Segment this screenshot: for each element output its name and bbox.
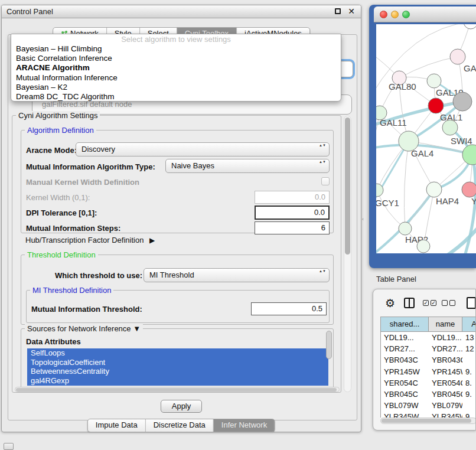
mi-threshold-field[interactable]: 0.5 xyxy=(251,302,327,315)
hub-definition-label: Hub/Transcription Factor Definition xyxy=(25,236,144,244)
network-node-gal1[interactable] xyxy=(428,98,444,113)
combo-value: MI Threshold xyxy=(149,270,194,279)
network-node[interactable] xyxy=(453,92,472,111)
minimize-traffic-light-icon[interactable] xyxy=(391,11,399,18)
settings-horizontal-scrollbar[interactable] xyxy=(15,387,340,392)
sources-toggle[interactable]: Sources for Network Inference ▼ xyxy=(25,324,143,333)
scrollbar-thumb[interactable] xyxy=(382,419,471,423)
node-label: GAL80 xyxy=(389,81,416,92)
tab-infer-network[interactable]: Infer Network xyxy=(213,419,275,432)
close-traffic-light-icon[interactable] xyxy=(380,11,387,18)
node-label: GAL11 xyxy=(380,118,407,128)
apply-button[interactable]: Apply xyxy=(161,400,202,413)
scrollbar-thumb[interactable] xyxy=(16,388,337,392)
settings-vertical-scrollbar[interactable] xyxy=(344,116,351,392)
panel-title: Control Panel xyxy=(6,7,53,16)
algorithm-option[interactable]: Basic Correlation Inference xyxy=(11,54,341,63)
algorithm-option[interactable]: Mutual Information Inference xyxy=(11,73,341,83)
gear-icon[interactable]: ⚙ xyxy=(385,296,395,311)
manual-kernel-checkbox[interactable] xyxy=(321,177,330,185)
algorithm-option[interactable]: Bayesian – K2 xyxy=(11,83,341,92)
mi-threshold-label: Mutual Information Threshold: xyxy=(31,305,142,314)
table-cell: 8. xyxy=(462,377,476,389)
which-threshold-combo[interactable]: MI Threshold ▲▼ xyxy=(144,268,330,282)
algorithm-dropdown-popup: Select algorithm to view settings Bayesi… xyxy=(11,34,341,102)
kernel-width-field[interactable]: 0.0 xyxy=(255,191,330,204)
column-header[interactable]: shared... xyxy=(381,317,429,332)
table-cell: YBL079W xyxy=(429,400,462,411)
network-node-gal[interactable] xyxy=(450,49,465,64)
table-row[interactable]: YBR043CYBR043C xyxy=(381,354,476,366)
mi-type-combo[interactable]: Naive Bayes ▲▼ xyxy=(165,159,330,173)
zoom-traffic-light-icon[interactable] xyxy=(402,11,410,18)
which-threshold-label: Which threshold to use: xyxy=(55,271,142,280)
network-node-y[interactable] xyxy=(462,182,476,197)
network-node-gal10[interactable] xyxy=(427,74,441,88)
mi-steps-label: Mutual Information Steps: xyxy=(26,224,120,233)
column-header[interactable]: A xyxy=(462,317,476,332)
table-row[interactable]: YBR045CYBR045C9. xyxy=(381,389,476,400)
table-cell: YLR345W xyxy=(429,411,462,418)
network-node-hap2[interactable] xyxy=(399,222,412,235)
attribute-item[interactable]: gal4RGexp xyxy=(27,376,328,386)
combo-value: Naive Bayes xyxy=(171,161,214,170)
network-canvas[interactable]: GALGAL80GAL10GAL1SWI4GAL11GAL4GCY1HAP4YH… xyxy=(376,24,476,253)
table-row[interactable]: YDR27...YDR27...12 xyxy=(381,343,476,354)
table-row[interactable]: YDL19...YDL19...13 xyxy=(381,332,476,343)
attributes-scrollbar-thumb[interactable] xyxy=(326,331,332,359)
select-all-columns-icon[interactable]: ✓✓ xyxy=(423,300,436,306)
network-node-hap4[interactable] xyxy=(426,182,442,197)
float-window-icon[interactable] xyxy=(335,8,341,14)
table-cell xyxy=(462,354,476,366)
network-node-swi4[interactable] xyxy=(442,120,458,135)
stepper-icon: ▲▼ xyxy=(319,144,326,147)
data-attributes-list[interactable]: SelfLoopsTopologicalCoefficientBetweenne… xyxy=(27,348,328,386)
docked-panel-icon[interactable] xyxy=(4,443,14,450)
attribute-item[interactable]: BetweennessCentrality xyxy=(27,367,328,376)
columns-icon[interactable] xyxy=(404,298,415,308)
table-cell: 9. xyxy=(462,366,476,377)
group-title: Threshold Definition xyxy=(25,250,98,259)
table-row[interactable]: YBL079WYBL079W xyxy=(381,400,476,411)
table-cell: YDR27... xyxy=(381,343,429,354)
aracne-mode-combo[interactable]: Discovery ▲▼ xyxy=(76,142,330,156)
tab-discretize-data[interactable]: Discretize Data xyxy=(145,419,213,432)
sources-title: Sources for Network Inference xyxy=(27,324,131,333)
algorithm-option[interactable]: Dream8 DC_TDC Algorithm xyxy=(11,92,341,102)
stepper-icon: ▲▼ xyxy=(319,270,326,273)
combo-value: Discovery xyxy=(81,145,115,154)
table-row[interactable]: YPR145WYPR145W9. xyxy=(381,366,476,377)
collapse-down-icon: ▼ xyxy=(133,324,141,333)
network-edge[interactable] xyxy=(399,57,458,78)
attribute-item[interactable]: SelfLoops xyxy=(27,348,328,358)
table-cell: YLR345W xyxy=(381,411,429,418)
column-header[interactable]: name xyxy=(429,317,462,332)
control-panel-titlebar: Control Panel ✕ xyxy=(2,5,361,18)
new-column-icon[interactable] xyxy=(467,297,476,309)
network-edge[interactable] xyxy=(404,141,409,229)
algorithm-option[interactable]: Bayesian – Hill Climbing xyxy=(11,44,341,54)
tab-label: Infer Network xyxy=(221,420,267,430)
scrollbar-thumb[interactable] xyxy=(345,118,350,255)
close-icon[interactable]: ✕ xyxy=(348,8,355,15)
panel-divider-handle[interactable]: ‹ xyxy=(362,216,364,222)
network-edge[interactable] xyxy=(377,190,405,229)
table-cell: YER054C xyxy=(429,377,462,389)
data-attributes-label: Data Attributes xyxy=(26,337,81,346)
table-cell: YBR043C xyxy=(381,354,429,366)
attribute-item[interactable]: TopologicalCoefficient xyxy=(27,358,328,367)
network-node[interactable] xyxy=(464,24,476,29)
dpi-tolerance-field[interactable]: 0.0 xyxy=(255,206,330,220)
tab-impute-data[interactable]: Impute Data xyxy=(88,419,145,432)
stepper-icon: ▲▼ xyxy=(319,161,326,164)
mi-steps-field[interactable]: 6 xyxy=(255,221,330,234)
algorithm-option[interactable]: ARACNE Algorithm xyxy=(11,63,341,73)
popup-placeholder: Select algorithm to view settings xyxy=(11,35,341,44)
deselect-all-columns-icon[interactable] xyxy=(442,300,455,306)
table-row[interactable]: YER054CYER054C8. xyxy=(381,377,476,389)
hub-definition-toggle[interactable]: Hub/Transcription Factor Definition ▶ xyxy=(25,236,155,244)
table-row[interactable]: YLR345WYLR345W9. xyxy=(381,411,476,418)
table-horizontal-scrollbar[interactable] xyxy=(380,418,476,424)
network-node[interactable] xyxy=(417,240,430,253)
network-window-titlebar[interactable] xyxy=(374,6,476,22)
